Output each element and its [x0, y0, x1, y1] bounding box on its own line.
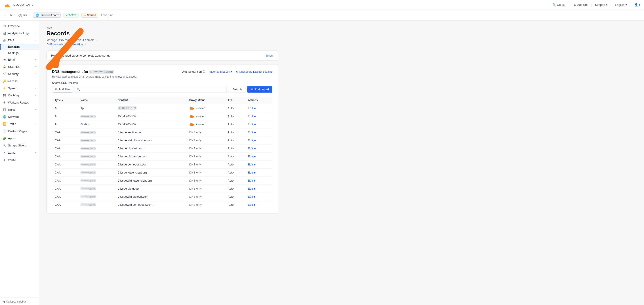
- cell-proxy: DNS only: [186, 177, 225, 185]
- top-nav: CLOUDFLARE 🔍 Go to... ⊕ Add site Support…: [0, 0, 644, 10]
- cell-actions: Edit ▶: [245, 153, 272, 161]
- nav-divider: [570, 3, 570, 7]
- cell-content: 0 issue digicert.com: [115, 144, 186, 153]
- cell-name: ••••••••.com: [78, 144, 115, 153]
- scrape-shield-icon: 🔧: [3, 144, 6, 147]
- sidebar-item-scrape-shield[interactable]: 🔧 Scrape Shield: [0, 142, 39, 149]
- col-name: Name: [78, 96, 115, 104]
- chevron-dns: ▴: [35, 39, 36, 42]
- sidebar-item-overview[interactable]: ⊡ Overview: [0, 22, 39, 30]
- cell-proxy: DNS only: [186, 193, 225, 201]
- cell-type: A: [52, 112, 78, 120]
- show-rec-btn[interactable]: Show: [266, 54, 273, 57]
- sidebar-item-access[interactable]: 🔑 Access: [0, 77, 39, 85]
- chevron-import: ▾: [231, 70, 232, 73]
- traffic-icon: 🔀: [3, 122, 6, 126]
- table-row: CAA••••••••.com0 issue letsencrypt.orgDN…: [52, 169, 272, 177]
- add-site-btn[interactable]: ⊕ Add site: [574, 3, 588, 7]
- cell-proxy: Proxied: [186, 120, 225, 128]
- cell-ttl: Auto: [225, 201, 245, 209]
- add-record-button[interactable]: ⊕ Add record: [247, 86, 272, 93]
- edit-btn[interactable]: Edit ▶: [248, 187, 270, 190]
- edit-btn[interactable]: Edit ▶: [248, 155, 270, 158]
- edit-btn[interactable]: Edit ▶: [248, 131, 270, 134]
- cell-ttl: Auto: [225, 153, 245, 161]
- chevron-zaraz: ▾: [35, 151, 36, 154]
- table-row: CAA••••••••.com0 issue globalsign.comDNS…: [52, 153, 272, 161]
- cell-name: ••••••••.com: [78, 193, 115, 201]
- edit-btn[interactable]: Edit ▶: [248, 171, 270, 174]
- sidebar-item-speed[interactable]: ⚡ Speed ▾: [0, 85, 39, 92]
- sidebar-item-traffic[interactable]: 🔀 Traffic ▾: [0, 120, 39, 127]
- sidebar-item-analytics[interactable]: 📊 Analytics & Logs ▾: [0, 30, 39, 37]
- domain-badge[interactable]: 🌐 m••••••••t.com: [33, 13, 60, 18]
- edit-btn[interactable]: Edit ▶: [248, 123, 270, 126]
- edit-btn[interactable]: Edit ▶: [248, 147, 270, 150]
- security-icon: 🛡: [3, 72, 6, 76]
- recommendation-banner: Recommended steps to complete zone set-u…: [46, 51, 278, 61]
- sidebar-item-web3[interactable]: ◈ Web3: [0, 156, 39, 163]
- cell-name: ••••••••.com: [78, 112, 115, 120]
- edit-btn[interactable]: Edit ▶: [248, 139, 270, 142]
- col-proxy-status: Proxy status: [186, 96, 225, 104]
- cell-proxy: Proxied: [186, 112, 225, 120]
- filter-icon: ▽: [55, 88, 57, 91]
- sidebar-item-network[interactable]: 🌐 Network: [0, 113, 39, 120]
- sidebar-item-zaraz[interactable]: Z Zaraz ▾: [0, 149, 39, 156]
- edit-btn[interactable]: Edit ▶: [248, 203, 270, 206]
- cell-ttl: Auto: [225, 193, 245, 201]
- language-btn[interactable]: English ▾: [615, 3, 627, 7]
- search-input[interactable]: [75, 86, 227, 93]
- search-controls: ▽ Add filter 🔍 Search ⊕ Add record: [52, 86, 272, 93]
- sidebar-item-workers-routes[interactable]: ⚙ Workers Routes: [0, 99, 39, 106]
- sidebar-item-dns[interactable]: 🔗 DNS ▴: [0, 37, 39, 44]
- plus-icon: ⊕: [574, 3, 576, 7]
- dns-management-card: DNS management for m••••••••t.com Review…: [46, 65, 278, 213]
- support-btn[interactable]: Support ▾: [595, 3, 608, 7]
- sidebar-item-caching[interactable]: 💾 Caching ▾: [0, 92, 39, 99]
- star-icon: ★: [84, 14, 86, 17]
- col-ttl: TTL: [225, 96, 245, 104]
- sidebar-item-security[interactable]: 🛡 Security ▾: [0, 70, 39, 77]
- sidebar-item-settings[interactable]: Settings: [0, 50, 39, 56]
- nav-divider-3: [611, 3, 612, 7]
- sidebar-item-ssl[interactable]: 🔒 SSL/TLS ▾: [0, 63, 39, 70]
- sidebar-item-custom-pages[interactable]: 📄 Custom Pages: [0, 127, 39, 135]
- cell-content: 0 issuewild letsencrypt.org: [115, 177, 186, 185]
- cell-ttl: Auto: [225, 120, 245, 128]
- cell-ttl: Auto: [225, 144, 245, 153]
- cell-actions: Edit ▶: [245, 185, 272, 193]
- main-content: DNS Records Manage DNS records of your d…: [39, 21, 644, 305]
- dns-icon: 🔗: [3, 39, 6, 42]
- go-to-btn[interactable]: 🔍 Go to...: [552, 3, 566, 7]
- search-button[interactable]: Search: [228, 86, 245, 93]
- import-export-btn[interactable]: Import and Export ▾: [209, 70, 232, 73]
- nav-divider-2: [591, 3, 592, 7]
- sidebar-item-records[interactable]: Records: [0, 44, 39, 50]
- display-settings-btn[interactable]: ⚙ Dashboard Display Settings: [236, 70, 272, 73]
- sidebar-item-apps[interactable]: 🧩 Apps: [0, 135, 39, 142]
- edit-btn[interactable]: Edit ▶: [248, 195, 270, 198]
- add-filter-btn[interactable]: ▽ Add filter: [52, 86, 73, 93]
- edit-btn[interactable]: Edit ▶: [248, 179, 270, 182]
- cell-ttl: Auto: [225, 185, 245, 193]
- cell-type: CAA: [52, 169, 78, 177]
- edit-btn[interactable]: Edit ▶: [248, 106, 270, 110]
- cell-name: ••••••••.com: [78, 177, 115, 185]
- cell-proxy: DNS only: [186, 201, 225, 209]
- chevron-speed: ▾: [35, 87, 36, 89]
- sidebar-item-rules[interactable]: 📋 Rules ▾: [0, 106, 39, 113]
- cell-content: 45.84.205.139: [115, 112, 186, 120]
- ssl-icon: 🔒: [3, 65, 6, 68]
- back-button[interactable]: ←: [4, 13, 8, 18]
- edit-btn[interactable]: Edit ▶: [248, 163, 270, 166]
- collapse-icon: ◀: [3, 300, 5, 303]
- collapse-sidebar-btn[interactable]: ◀ Collapse sidebar: [0, 298, 39, 305]
- speed-icon: ⚡: [3, 86, 6, 90]
- dns-docs-link[interactable]: DNS records documentation ↗: [46, 43, 86, 46]
- cell-name: ••••••••.com: [78, 169, 115, 177]
- user-menu-btn[interactable]: 👤 ▾: [634, 3, 640, 7]
- cloudflare-logo[interactable]: CLOUDFLARE: [4, 2, 34, 8]
- edit-btn[interactable]: Edit ▶: [248, 115, 270, 118]
- sidebar-item-email[interactable]: ✉ Email ▾: [0, 56, 39, 63]
